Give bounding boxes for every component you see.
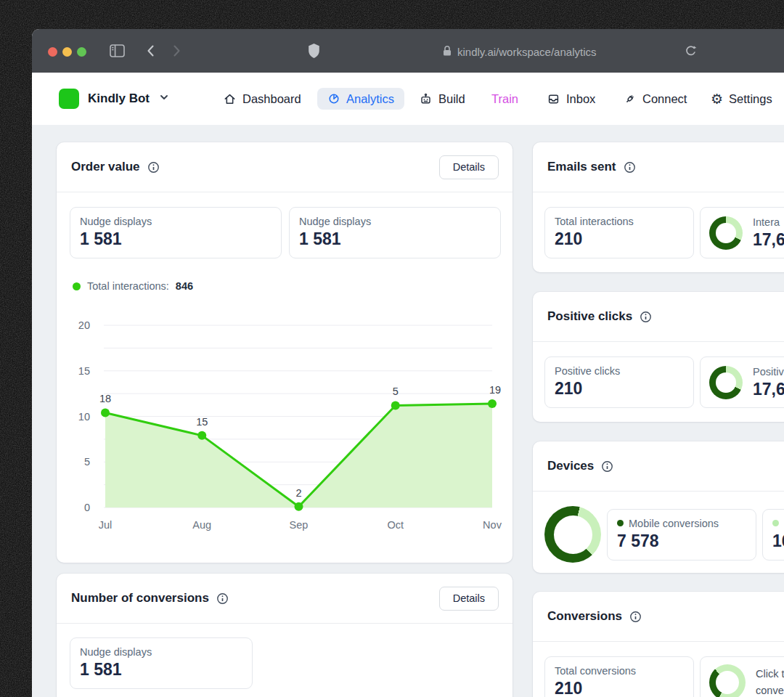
legend-label: Total interactions: [87,280,169,292]
svg-text:0: 0 [84,502,90,513]
stat-value: 17,6 [753,230,784,250]
stat-value: 1 581 [80,660,242,680]
chevron-down-icon [158,91,170,106]
legend-value: 846 [176,280,193,292]
svg-text:5: 5 [393,386,399,397]
nav-item-connect[interactable]: Connect [623,73,687,125]
info-icon[interactable] [601,460,613,473]
minimize-window-button[interactable] [62,47,72,57]
svg-text:Jul: Jul [99,519,113,531]
positive-clicks-card: Positive clicks Positive clicks 210 Posi… [533,292,784,422]
card-title: Positive clicks [547,309,632,324]
privacy-shield-icon [306,43,322,60]
emails-sent-card: Emails sent Total interactions 210 Inter… [533,142,784,272]
gear-icon: ⚙ [711,92,723,106]
nav-item-build[interactable]: Build [419,73,465,125]
nav-item-train[interactable]: Train [491,73,518,125]
nav-label: Inbox [566,92,595,106]
interaction-rate-donut [709,216,743,250]
forward-button[interactable] [170,44,183,57]
stat-label: Intera [753,216,784,228]
info-icon[interactable] [640,311,652,323]
address-bar[interactable]: kindly.ai/workspace/analytics [442,44,596,60]
card-title: Number of conversions [71,591,209,606]
stat-label: Nudge displays [80,646,242,658]
desktop-legend-dot [772,520,779,526]
nav-item-dashboard[interactable]: Dashboard [223,73,301,125]
stat-box-total-interactions: Total interactions 210 [544,207,694,258]
number-of-conversions-card: Number of conversions Details Nudge disp… [57,574,513,697]
stat-label: Positiv [753,366,784,378]
conversions-card: Conversions Total conversions 210 Click … [533,592,784,697]
analytics-page: Order value Details Nudge displays 1 581… [32,125,784,697]
stat-value: 210 [555,379,684,399]
stat-label: Mobile conversions [629,518,719,529]
card-title: Order value [71,160,140,174]
nav-label: Dashboard [242,92,301,106]
svg-text:Nov: Nov [483,519,502,531]
sidebar-toggle-icon[interactable] [110,44,125,57]
mobile-legend-dot [617,520,624,526]
svg-text:18: 18 [99,393,111,404]
card-title: Devices [547,459,594,473]
back-button[interactable] [144,44,158,57]
svg-text:Aug: Aug [192,519,211,531]
stat-label: Total conversions [555,665,684,677]
stat-box-positive-clicks: Positive clicks 210 [544,356,694,408]
info-icon[interactable] [624,161,636,174]
workspace-logo [59,89,79,109]
stat-label: Nudge displays [299,216,491,227]
home-icon [223,92,237,106]
details-button[interactable]: Details [439,587,499,611]
svg-text:15: 15 [196,416,208,428]
svg-text:Oct: Oct [387,519,404,531]
stat-value: 1 581 [80,229,271,249]
nav-label: Analytics [346,92,394,106]
stat-label: Nudge displays [80,216,271,227]
workspace-selector[interactable]: Kindly Bot [59,73,170,125]
stat-box-click-to-conversion: Click t conve [700,656,784,697]
workspace-name: Kindly Bot [88,91,150,106]
stat-label-line2: conve [756,682,784,697]
stat-value: 1 581 [299,229,491,249]
svg-text:5: 5 [84,456,90,468]
stat-label: Total interactions [555,216,684,227]
nav-item-inbox[interactable]: Inbox [547,73,595,125]
url-text: kindly.ai/workspace/analytics [457,46,596,58]
svg-text:Sep: Sep [290,519,309,531]
robot-icon [419,92,433,106]
details-button[interactable]: Details [439,155,499,179]
stat-value: 210 [555,679,684,697]
legend-dot [73,282,81,290]
nav-item-settings[interactable]: ⚙ Settings [711,73,772,125]
info-icon[interactable] [629,611,642,623]
stat-value: 16 [772,531,784,551]
stat-box-total-conversions: Total conversions 210 [544,656,694,697]
info-icon[interactable] [147,161,160,174]
nav-label: Connect [642,92,687,106]
maximize-window-button[interactable] [77,47,86,57]
app-navbar: Kindly Bot Dashboard Analytics [32,73,784,126]
stat-box-positive-click-rate: Positiv 17,6 [700,356,784,408]
pie-chart-icon [327,92,340,105]
stat-value: 17,6 [753,380,784,399]
devices-donut [544,506,601,563]
nav-label: Build [438,92,465,106]
nav-label: Settings [729,92,772,106]
browser-window: kindly.ai/workspace/analytics Kindly Bot… [32,29,784,697]
positive-click-rate-donut [709,366,743,399]
info-icon[interactable] [216,592,229,605]
chart-legend: Total interactions: 846 [73,280,513,292]
lock-icon [442,45,452,59]
nav-item-analytics[interactable]: Analytics [317,88,404,110]
stat-box-nudge-displays: Nudge displays 1 581 [70,207,282,258]
stat-value: 210 [555,229,684,249]
stat-box-interaction-rate: Intera 17,6 [700,207,784,258]
close-window-button[interactable] [48,47,57,57]
stat-box-nudge-displays: Nudge displays 1 581 [289,207,501,258]
interactions-line-chart: 0510152018152519JulAugSepOctNov [62,312,513,546]
svg-text:15: 15 [78,365,90,377]
reload-icon[interactable] [684,44,698,58]
card-title: Emails sent [547,160,616,174]
stat-label: Positive clicks [555,365,684,377]
